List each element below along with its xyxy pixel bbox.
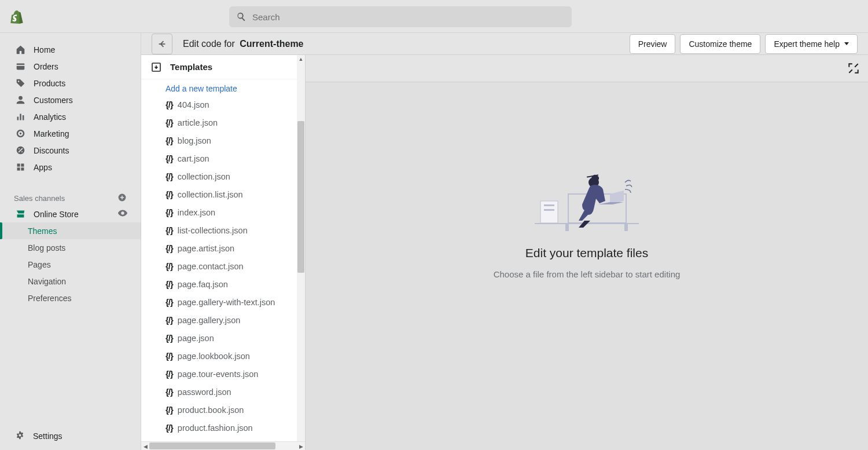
empty-state: Edit your template files Choose a file f… [306,165,868,279]
view-store-icon[interactable] [117,208,128,220]
file-tree-horizontal-scrollbar[interactable]: ◀ ▶ [141,441,305,450]
search-input[interactable] [247,12,565,22]
file-item[interactable]: {/}404.json [141,96,305,114]
json-file-icon: {/} [165,333,173,343]
link-label: Add a new template [165,84,237,93]
scroll-thumb[interactable] [149,442,275,449]
nav-online-store[interactable]: Online Store [0,206,141,222]
file-item[interactable]: {/}page.json [141,329,305,347]
preview-button[interactable]: Preview [630,34,676,54]
main-area: Edit code for Current-theme Preview Cust… [141,33,868,450]
nav-discounts[interactable]: Discounts [0,142,141,159]
settings-label: Settings [33,431,62,441]
file-item[interactable]: {/}page.gallery-with-text.json [141,293,305,311]
file-label: 404.json [178,100,209,109]
subnav-label: Blog posts [28,243,65,253]
file-item[interactable]: {/}index.json [141,203,305,221]
online-store-subnav: Themes Blog posts Pages Navigation Prefe… [0,222,141,306]
top-bar [0,0,868,33]
nav-apps[interactable]: Apps [0,159,141,175]
json-file-icon: {/} [165,315,173,325]
nav-marketing[interactable]: Marketing [0,125,141,142]
title-theme-name: Current-theme [240,39,303,49]
file-item[interactable]: {/}page.tour-events.json [141,365,305,383]
file-item[interactable]: {/}collection.json [141,167,305,185]
file-item[interactable]: {/}collection.list.json [141,185,305,203]
nav-label: Apps [34,163,52,172]
search-box[interactable] [229,6,572,27]
subnav-navigation[interactable]: Navigation [0,273,141,290]
folder-templates[interactable]: Templates [141,55,305,79]
file-label: page.contact.json [178,262,244,271]
arrow-left-icon [157,39,167,49]
json-file-icon: {/} [165,189,173,199]
subnav-preferences[interactable]: Preferences [0,290,141,306]
json-file-icon: {/} [165,423,173,433]
back-button[interactable] [152,34,172,54]
nav-label: Online Store [34,210,79,219]
nav-label: Analytics [34,112,66,122]
file-tree-vertical-scrollbar[interactable]: ▲ ▼ [297,55,305,450]
nav-settings[interactable]: Settings [0,430,141,442]
file-label: page.gallery-with-text.json [178,298,275,307]
nav-orders[interactable]: Orders [0,58,141,75]
scroll-up-icon[interactable]: ▲ [297,55,305,63]
customize-theme-button[interactable]: Customize theme [680,34,760,54]
subnav-pages[interactable]: Pages [0,256,141,273]
file-item[interactable]: {/}blog.json [141,131,305,149]
file-item[interactable]: {/}page.artist.json [141,239,305,257]
subnav-themes[interactable]: Themes [0,222,141,239]
file-label: cart.json [178,154,209,163]
expand-icon[interactable] [847,62,860,75]
button-label: Customize theme [689,39,752,49]
add-channel-icon[interactable] [117,193,127,204]
json-file-icon: {/} [165,207,173,217]
add-template-link[interactable]: Add a new template [141,79,305,96]
file-item[interactable]: {/}product.fashion.json [141,419,305,437]
scroll-right-icon[interactable]: ▶ [297,442,305,450]
json-file-icon: {/} [165,100,173,109]
button-label: Preview [638,39,667,49]
svg-rect-9 [540,201,558,223]
file-item[interactable]: {/}page.lookbook.json [141,347,305,365]
json-file-icon: {/} [165,387,173,397]
file-item[interactable]: {/}list-collections.json [141,221,305,239]
button-label: Expert theme help [774,39,840,49]
json-file-icon: {/} [165,261,173,271]
file-item[interactable]: {/}page.faq.json [141,275,305,293]
file-label: product.book.json [178,405,244,415]
file-label: article.json [178,118,218,127]
file-item[interactable]: {/}page.gallery.json [141,311,305,329]
scroll-thumb[interactable] [297,121,304,273]
nav-home[interactable]: Home [0,41,141,58]
products-icon [15,78,25,88]
file-label: blog.json [178,136,211,145]
file-label: index.json [178,208,215,217]
nav-products[interactable]: Products [0,75,141,92]
subnav-blog-posts[interactable]: Blog posts [0,239,141,256]
file-item[interactable]: {/}product.book.json [141,401,305,419]
page-title: Edit code for Current-theme [183,39,304,49]
file-label: page.lookbook.json [178,352,250,361]
json-file-icon: {/} [165,297,173,307]
nav-customers[interactable]: Customers [0,92,141,108]
folder-label: Templates [170,62,212,72]
file-item[interactable]: {/}page.contact.json [141,257,305,275]
file-item[interactable]: {/}article.json [141,114,305,131]
expert-help-button[interactable]: Expert theme help [765,34,858,54]
file-item[interactable]: {/}cart.json [141,149,305,167]
file-label: password.json [178,387,231,397]
svg-rect-10 [544,204,554,206]
json-file-icon: {/} [165,351,173,361]
title-prefix: Edit code for [183,39,235,49]
svg-point-1 [18,148,19,149]
scroll-left-icon[interactable]: ◀ [141,442,149,450]
json-file-icon: {/} [165,118,173,127]
svg-point-2 [21,151,23,152]
file-item[interactable]: {/}password.json [141,383,305,401]
left-nav: Home Orders Products Customers Analytics… [0,33,141,450]
shopify-logo-icon [10,10,23,24]
nav-label: Products [34,79,65,88]
orders-icon [15,61,25,71]
nav-analytics[interactable]: Analytics [0,108,141,125]
